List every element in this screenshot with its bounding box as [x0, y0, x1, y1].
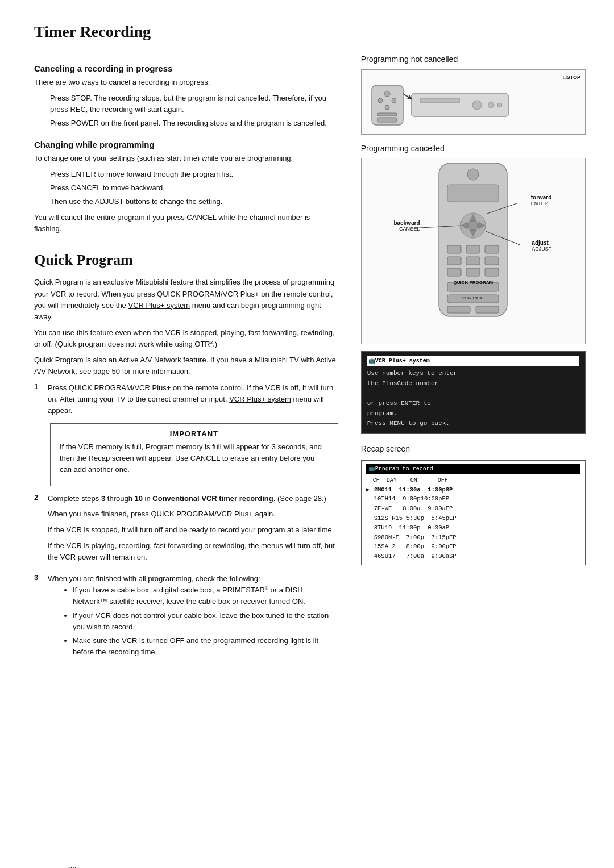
- backward-label: backward: [393, 220, 420, 226]
- recap-col-headers: CH DAY ON OFF: [366, 476, 580, 485]
- changing-line2: Press CANCEL to move backward.: [50, 182, 338, 194]
- svg-rect-34: [476, 306, 499, 313]
- backward-label-group: backward CANCEL: [393, 220, 420, 232]
- remote-svg: [393, 163, 553, 339]
- svg-rect-30: [485, 268, 499, 276]
- changing-note1: You will cancel the entire program if yo…: [34, 212, 338, 235]
- svg-point-21: [468, 221, 478, 230]
- svg-point-11: [497, 103, 502, 107]
- recap-row-7: 46SU17 7:00a 9:00aSP: [366, 552, 580, 561]
- svg-point-2: [378, 98, 383, 103]
- row3-data: S12SFR15 5:30p 5:45pEP: [374, 514, 457, 523]
- recap-row-2: 7E-WE 8:00a 9:00aEP: [366, 504, 580, 514]
- row5-data: S98OM-F 7:00p 7:15pEP: [374, 533, 457, 542]
- step2-content: Complete steps 3 through 10 in Conventio…: [48, 493, 338, 567]
- prog-cancelled-label: Programming cancelled: [361, 143, 586, 155]
- bullet3: Make sure the VCR is turned OFF and the …: [73, 635, 338, 658]
- forward-label: forward: [531, 194, 552, 201]
- left-column: Canceling a recording in progress There …: [34, 53, 338, 668]
- svg-rect-15: [447, 185, 499, 202]
- vcr-plus-overlay: VCR Plus+: [449, 295, 497, 301]
- recap-row-3: S12SFR15 5:30p 5:45pEP: [366, 514, 580, 523]
- svg-rect-29: [466, 268, 480, 276]
- page-number: 30: [68, 865, 76, 868]
- svg-rect-28: [447, 268, 461, 276]
- quick-program-overlay: QUICK PROGRAM: [449, 280, 497, 285]
- remote-cancelled-diagram: forward ENTER backward CANCEL adjust ADJ…: [361, 158, 586, 344]
- changing-intro: To change one of your settings (such as …: [34, 153, 338, 164]
- svg-rect-33: [447, 306, 470, 313]
- svg-point-9: [472, 101, 482, 110]
- recap-row-5: S98OM-F 7:00p 7:15pEP: [366, 533, 580, 542]
- canceling-method2: Press POWER on the front panel. The reco…: [50, 118, 338, 129]
- svg-rect-25: [447, 257, 461, 265]
- vcr-screen-line4: or press ENTER to: [367, 399, 579, 409]
- recap-row-6: 15SA 2 8:00p 9:00pEP: [366, 542, 580, 552]
- row7-data: 46SU17 7:00a 9:00aSP: [374, 552, 457, 561]
- steps-list-2: 2 Complete steps 3 through 10 in Convent…: [34, 493, 338, 662]
- qp-intro1: Quick Program is an exclusive Mitsubishi…: [34, 277, 338, 323]
- recap-row-4: 8TU19 11:00p 0:30aP: [366, 523, 580, 533]
- step2-num: 2: [34, 493, 43, 502]
- important-text: If the VCR memory is full, Program memor…: [60, 441, 329, 475]
- step3-bullets: If you have a cable box, a digital cable…: [73, 585, 338, 658]
- quick-program-title: Quick Program: [34, 252, 338, 269]
- svg-rect-8: [420, 98, 460, 103]
- svg-rect-26: [466, 257, 480, 265]
- row2-data: 7E-WE 8:00a 9:00aEP: [374, 504, 453, 514]
- cancel-label: CANCEL: [393, 226, 420, 232]
- vcr-screen-line6: Press MENU to go back.: [367, 419, 579, 429]
- adjust-label: adjust: [532, 240, 551, 246]
- vcr-screen-line2: the PlusCode number: [367, 379, 579, 389]
- row6-data: 15SA 2 8:00p 9:00pEP: [374, 542, 457, 552]
- vcr-diagram-svg: [366, 82, 514, 128]
- svg-rect-24: [485, 245, 499, 253]
- svg-rect-6: [377, 118, 397, 122]
- enter-label: ENTER: [531, 201, 552, 206]
- recap-screen-label: Recap screen: [361, 443, 586, 456]
- svg-rect-5: [377, 113, 397, 116]
- right-column: Programming not cancelled □STOP: [355, 53, 586, 668]
- forward-label-group: forward ENTER: [531, 194, 552, 206]
- step1-content: Press QUICK PROGRAM/VCR Plus+ on the rem…: [48, 382, 338, 416]
- qp-intro3: Quick Program is also an Active A/V Netw…: [34, 354, 338, 377]
- svg-line-12: [403, 94, 410, 98]
- recap-row-0: ▶ 2MO11 11:30a 1:30pSP: [366, 485, 580, 495]
- row4-data: 8TU19 11:00p 0:30aP: [374, 523, 449, 533]
- step3-num: 3: [34, 573, 43, 582]
- vcr-not-cancelled-diagram: □STOP: [361, 69, 586, 135]
- step-1: 1 Press QUICK PROGRAM/VCR Plus+ on the r…: [34, 382, 338, 416]
- prog-not-cancelled-label: Programming not cancelled: [361, 53, 586, 66]
- recap-title: 📺Program to record: [366, 464, 580, 474]
- bullet1: If you have a cable box, a digital cable…: [73, 585, 338, 607]
- step-3: 3 When you are finished with all program…: [34, 573, 338, 662]
- vcr-screen-line5: program.: [367, 409, 579, 419]
- vcr-screen-line3: --------: [367, 389, 579, 399]
- canceling-intro: There are two ways to cancel a recording…: [34, 77, 338, 88]
- vcr-plus-screen-title: 📺VCR Plus+ system: [367, 356, 579, 366]
- vcr-screen-line1: Use number keys to enter: [367, 369, 579, 379]
- qp-intro2: You can use this feature even when the V…: [34, 327, 338, 350]
- step3-content: When you are finished with all programmi…: [48, 573, 338, 662]
- stop-label: □STOP: [563, 74, 580, 80]
- important-box: IMPORTANT If the VCR memory is full, Pro…: [50, 423, 338, 486]
- step-2: 2 Complete steps 3 through 10 in Convent…: [34, 493, 338, 567]
- changing-line3: Then use the ADJUST buttons to change th…: [50, 196, 338, 207]
- svg-point-4: [385, 105, 389, 110]
- adjust-label-group: adjust ADJUST: [532, 240, 551, 252]
- vcr-plus-screen: 📺VCR Plus+ system Use number keys to ent…: [361, 351, 586, 434]
- svg-rect-27: [485, 257, 499, 265]
- svg-point-1: [384, 91, 390, 97]
- row0-data: 2MO11 11:30a 1:30pSP: [374, 485, 453, 495]
- row1-data: 10TH14 9:00p10:00pEP: [374, 494, 449, 504]
- changing-heading: Changing while programming: [34, 140, 338, 149]
- canceling-method1: Press STOP. The recording stops, but the…: [50, 93, 338, 115]
- steps-list: 1 Press QUICK PROGRAM/VCR Plus+ on the r…: [34, 382, 338, 416]
- step1-num: 1: [34, 382, 43, 391]
- adjust2-label: ADJUST: [532, 246, 551, 252]
- svg-rect-23: [466, 245, 480, 253]
- canceling-heading: Canceling a recording in progress: [34, 64, 338, 73]
- recap-screen-box: 📺Program to record CH DAY ON OFF ▶ 2MO11…: [361, 460, 586, 565]
- svg-point-10: [488, 102, 494, 108]
- svg-point-14: [467, 169, 479, 180]
